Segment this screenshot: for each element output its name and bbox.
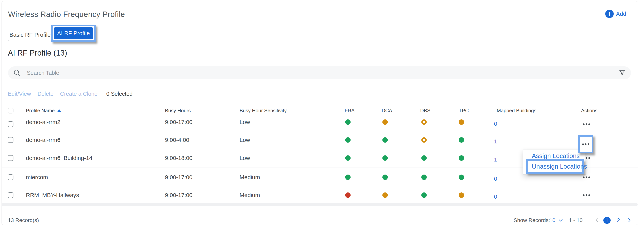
add-button[interactable]: + Add	[605, 10, 626, 18]
status-dot-dca	[382, 175, 388, 180]
status-dot-dca	[382, 192, 388, 198]
status-dot-fra	[345, 192, 350, 198]
status-dot-tpc	[459, 175, 464, 180]
status-dot-dca	[382, 137, 388, 143]
row-actions-ellipsis-icon[interactable]	[583, 194, 590, 196]
row-checkbox[interactable]	[8, 155, 14, 161]
add-button-label: Add	[616, 11, 626, 17]
filter-icon[interactable]	[618, 69, 626, 77]
profile-name-cell: RRM_MBY-Hallways	[26, 192, 79, 198]
pagination-page-2[interactable]: 2	[617, 217, 620, 224]
annotation-highlight-unassign: Unassign Locations	[526, 159, 584, 174]
mapped-buildings-link[interactable]: 0	[494, 176, 497, 182]
status-dot-fra	[345, 137, 350, 143]
sensitivity-cell: Medium	[240, 192, 260, 198]
wireless-rf-profile-page: Wireless Radio Frequency Profile + Add B…	[0, 0, 644, 228]
row-actions-ellipsis-icon[interactable]	[583, 176, 590, 178]
row-checkbox[interactable]	[8, 174, 14, 180]
column-header-busy-hour-sensitivity[interactable]: Busy Hour Sensitivity	[240, 108, 287, 113]
annotation-highlight-ai-tab: AI RF Profile	[51, 25, 96, 42]
profile-name-cell: miercom	[26, 174, 48, 180]
chevron-down-icon[interactable]	[557, 217, 564, 224]
column-header-dbs[interactable]: DBS	[420, 108, 430, 113]
status-dot-tpc	[459, 155, 464, 161]
column-header-actions: Actions	[581, 108, 598, 113]
create-clone-link[interactable]: Create a Clone	[60, 91, 98, 97]
column-header-profile-name[interactable]: Profile Name	[26, 108, 61, 113]
menu-item-unassign-locations[interactable]: Unassign Locations	[532, 163, 587, 170]
annotation-highlight-ellipsis	[578, 135, 593, 153]
status-dot-dbs	[421, 155, 427, 161]
search-input[interactable]	[27, 70, 631, 76]
row-checkbox[interactable]	[8, 137, 14, 143]
table-row[interactable]: demo-ai-rrm6 9:00-4:00 Low 1	[2, 131, 638, 149]
status-dot-dbs	[421, 192, 427, 198]
row-checkbox[interactable]	[8, 192, 14, 198]
column-header-mapped-buildings[interactable]: Mapped Buildings	[497, 108, 536, 113]
row-actions-ellipsis-icon[interactable]	[583, 124, 590, 125]
status-dot-dbs	[421, 175, 427, 180]
mapped-buildings-link[interactable]: 0	[494, 121, 497, 127]
mapped-buildings-link[interactable]: 1	[494, 157, 497, 163]
sensitivity-cell: Medium	[240, 174, 260, 180]
tab-basic-rf-profile[interactable]: Basic RF Profile	[8, 29, 52, 41]
chevron-left-icon[interactable]	[594, 217, 600, 224]
sort-asc-icon	[57, 109, 61, 112]
row-actions-menu: Assign Locations Unassign Locations	[523, 150, 586, 175]
busy-hours-cell: 9:00-18:00	[165, 155, 192, 161]
delete-link[interactable]: Delete	[38, 91, 54, 97]
sensitivity-cell: Low	[240, 119, 250, 125]
busy-hours-cell: 9:00-17:00	[165, 192, 192, 198]
search-icon	[13, 69, 21, 77]
bulk-actions-bar: Edit/View Delete Create a Clone 0 Select…	[8, 90, 132, 97]
column-header-busy-hours[interactable]: Busy Hours	[165, 108, 191, 113]
select-all-checkbox[interactable]	[8, 108, 14, 113]
row-actions-ellipsis-icon[interactable]	[582, 143, 589, 145]
sensitivity-cell: Low	[240, 155, 250, 161]
busy-hours-cell: 9:00-4:00	[165, 137, 189, 143]
sensitivity-cell: Low	[240, 137, 250, 143]
busy-hours-cell: 9:00-17:00	[165, 119, 192, 125]
pagination-page-1[interactable]: 1	[603, 217, 611, 224]
status-dot-fra	[345, 175, 350, 180]
chevron-right-icon[interactable]	[626, 217, 632, 224]
table-footer: 13 Record(s) Show Records: 10 1 - 10 1 2	[2, 207, 638, 225]
status-dot-dca	[382, 155, 388, 161]
show-records-label: Show Records:	[514, 217, 550, 224]
column-header-tpc[interactable]: TPC	[459, 108, 469, 113]
busy-hours-cell: 9:00-17:00	[165, 174, 192, 180]
section-heading: AI RF Profile (13)	[8, 48, 67, 57]
search-bar	[8, 66, 631, 79]
table-row[interactable]: demo-ai-rrm2 9:00-17:00 Low 0	[2, 117, 638, 131]
status-dot-tpc	[459, 119, 464, 125]
profile-name-cell: demo-ai-rrm6	[26, 137, 60, 143]
status-dot-tpc	[459, 192, 464, 198]
horizontal-scrollbar-track[interactable]	[2, 203, 638, 206]
profile-name-cell: demo-ai-rrm2	[26, 119, 60, 125]
status-dot-dbs	[421, 137, 427, 143]
show-records-value[interactable]: 10	[550, 217, 556, 224]
row-checkbox[interactable]	[8, 121, 14, 127]
mapped-buildings-link[interactable]: 0	[494, 193, 497, 200]
menu-item-assign-locations[interactable]: Assign Locations	[532, 152, 580, 160]
table-header: Profile Name Busy Hours Busy Hour Sensit…	[2, 104, 638, 117]
table-row[interactable]: RRM_MBY-Hallways 9:00-17:00 Medium 0	[2, 187, 638, 203]
status-dot-fra	[345, 155, 350, 161]
page-title: Wireless Radio Frequency Profile	[8, 10, 125, 19]
column-header-fra[interactable]: FRA	[345, 108, 354, 113]
plus-icon: +	[605, 10, 614, 18]
profile-name-cell: demo-ai-rrm6_Building-14	[26, 155, 92, 161]
selected-count: 0 Selected	[106, 91, 132, 97]
records-count: 13 Record(s)	[8, 217, 39, 224]
status-dot-tpc	[459, 137, 464, 143]
status-dot-dca	[382, 119, 388, 125]
tab-ai-rf-profile[interactable]: AI RF Profile	[54, 27, 93, 39]
status-dot-dbs	[421, 119, 427, 125]
mapped-buildings-link[interactable]: 1	[494, 138, 497, 145]
column-header-dca[interactable]: DCA	[382, 108, 392, 113]
status-dot-fra	[345, 119, 350, 125]
edit-view-link[interactable]: Edit/View	[8, 91, 31, 97]
pagination-range: 1 - 10	[569, 217, 583, 224]
